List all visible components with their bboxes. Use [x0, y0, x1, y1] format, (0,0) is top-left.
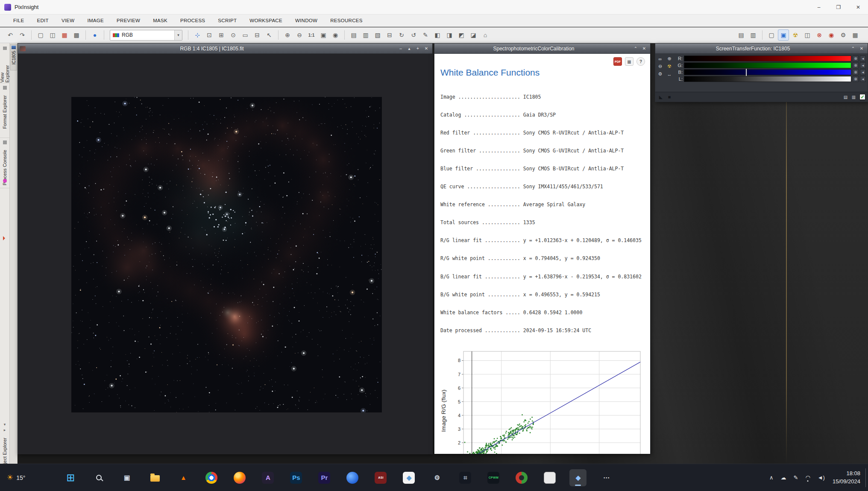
app-pixinsight[interactable]: ◆ [569, 469, 586, 486]
zoom-button[interactable]: + [414, 45, 421, 52]
display-mode-icon[interactable]: ● [89, 29, 100, 41]
edit-instance-icon[interactable]: ▤ [842, 94, 849, 100]
close-button[interactable]: ✕ [423, 45, 430, 52]
center-view-icon[interactable]: ⊙ [228, 29, 239, 41]
browser-icon[interactable]: ▤ [348, 29, 359, 41]
shade-button[interactable]: ▴ [406, 45, 413, 52]
new-instance-handle[interactable]: ◣ [657, 94, 664, 100]
close-button[interactable]: ✕ [848, 0, 868, 15]
start-button[interactable]: ⊞ [62, 469, 79, 486]
onedrive-icon[interactable]: ☁ [780, 474, 786, 481]
channel-expand-button[interactable]: ◂ [860, 62, 866, 68]
dropdown-arrow-icon[interactable]: ▾ [174, 30, 182, 40]
mask-icon[interactable]: ▩ [71, 29, 82, 41]
channel-expand-button[interactable]: ◂ [860, 76, 866, 82]
channel-reset-button[interactable]: ⊗ [853, 56, 859, 61]
dock-collapse-icon[interactable]: ▾ [4, 422, 6, 428]
app-sharpcap[interactable] [513, 469, 530, 486]
auto-stretch-icon[interactable]: ☢ [666, 63, 674, 70]
dock-tab-view-explorer[interactable]: View Explorer [0, 44, 9, 83]
zoom-in-icon[interactable]: ⊕ [282, 29, 293, 41]
clone-image-icon[interactable]: ◫ [47, 29, 58, 41]
app-affinity[interactable]: A [259, 469, 276, 486]
channel-reset-button[interactable]: ⊗ [853, 76, 859, 82]
stf-lum-slider[interactable] [684, 76, 851, 82]
channel-reset-button[interactable]: ⊗ [853, 62, 859, 68]
app-capture[interactable]: ⌗ [457, 469, 474, 486]
search-button[interactable] [90, 469, 107, 486]
menu-edit[interactable]: EDIT [31, 15, 55, 26]
show-desktop-button[interactable] [865, 468, 867, 487]
spcc-window-titlebar[interactable]: SpectrophotometricColorCalibration ⌃✕ [434, 44, 650, 54]
weather-widget[interactable]: ☀ 15° [0, 473, 32, 482]
menu-mask[interactable]: MASK [147, 15, 174, 26]
menu-window[interactable]: WINDOW [289, 15, 324, 26]
shade-button[interactable]: ⌃ [632, 45, 639, 52]
dock-tab-format-explorer[interactable]: Format Explorer [0, 83, 9, 138]
menu-file[interactable]: FILE [7, 15, 31, 26]
readout-icon[interactable]: ◉ [826, 29, 837, 41]
tray-chevron-icon[interactable]: ∧ [769, 474, 774, 481]
pan-tool-icon[interactable]: ⊹ [192, 29, 203, 41]
shift-range-icon[interactable]: ↔ [666, 70, 674, 78]
stf-window-titlebar[interactable]: ScreenTransferFunction: IC1805 ⌃✕ [655, 44, 868, 54]
app-photoshop[interactable]: Ps [287, 469, 305, 486]
rotate-cw-icon[interactable]: ↻ [396, 29, 407, 41]
taskbar-clock[interactable]: 18:08 15/09/2024 [829, 470, 865, 486]
stf-blue-slider[interactable] [684, 69, 851, 75]
compare-view-icon[interactable]: ◨ [444, 29, 455, 41]
background-model-icon[interactable]: ◪ [468, 29, 479, 41]
edit-preview-icon[interactable]: ⊟ [252, 29, 263, 41]
channel-selector[interactable]: RGB ▾ [110, 30, 182, 41]
apply-global-button[interactable]: ■ [666, 94, 673, 100]
help-icon[interactable]: ? [636, 57, 645, 66]
new-preview-icon[interactable]: ▭ [240, 29, 251, 41]
menu-image[interactable]: IMAGE [81, 15, 111, 26]
maximize-button[interactable]: ❐ [829, 0, 848, 15]
heart-nebula-image[interactable] [71, 97, 382, 412]
channel-expand-button[interactable]: ◂ [860, 56, 866, 61]
app-settings[interactable]: ⚙ [428, 469, 446, 486]
link-rgb-icon[interactable]: ∞ [656, 55, 664, 62]
reset-stf-icon[interactable]: ⊗ [814, 29, 825, 41]
app-premiere[interactable]: Pr [316, 469, 333, 486]
menu-workspace[interactable]: WORKSPACE [243, 15, 289, 26]
process-history-icon[interactable]: ▥ [360, 29, 371, 41]
menu-process[interactable]: PROCESS [174, 15, 211, 26]
app-thunderbird[interactable] [344, 469, 361, 486]
split-view-icon[interactable]: ◧ [432, 29, 443, 41]
view-tab-ic1805[interactable]: IC1805 [10, 44, 17, 70]
task-view-button[interactable]: ▣ [118, 469, 135, 486]
mask-overlay-icon[interactable]: ◩ [456, 29, 467, 41]
taskbar-overflow[interactable]: ⋯ [598, 469, 615, 486]
app-titlebar[interactable]: PixInsight – ❐ ✕ [0, 0, 868, 15]
home-view-icon[interactable]: ⌂ [480, 29, 491, 41]
dock-expand-icon[interactable]: ▸ [4, 428, 6, 433]
zoom-fit-icon[interactable]: ▣ [318, 29, 329, 41]
new-image-icon[interactable]: ▢ [35, 29, 46, 41]
tile-views-icon[interactable]: ⊞ [216, 29, 227, 41]
fit-view-icon[interactable]: ⊡ [204, 29, 215, 41]
dock-tab-object-explorer[interactable]: ject Explorer [2, 433, 7, 464]
pixel-grid-icon[interactable]: ▦ [850, 29, 861, 41]
zoom-1-1-icon[interactable]: 1:1 [306, 29, 317, 41]
app-firefox[interactable] [231, 469, 248, 486]
image-view[interactable] [18, 54, 432, 454]
app-vlc[interactable]: ▲ [175, 469, 192, 486]
screen-stf-icon[interactable]: ▣ [778, 29, 789, 41]
app-cpwm[interactable]: CPWM [485, 469, 502, 486]
wifi-icon[interactable]: ◠ [805, 474, 810, 481]
export-pdf-icon[interactable]: PDF [613, 57, 622, 66]
redo-icon[interactable]: ↷ [17, 29, 28, 41]
file-explorer-button[interactable] [147, 469, 164, 486]
stf-red-slider[interactable] [684, 56, 851, 61]
menu-preview[interactable]: PREVIEW [110, 15, 147, 26]
zoom-out-icon[interactable]: ⊖ [656, 63, 664, 70]
app-asistudio[interactable]: ASI [372, 469, 389, 486]
zoom-out-icon[interactable]: ⊖ [294, 29, 305, 41]
close-button[interactable]: ✕ [641, 45, 648, 52]
shade-button[interactable]: ⌃ [850, 45, 856, 52]
edit-stf-icon[interactable]: ⚙ [656, 70, 664, 78]
menu-resources[interactable]: RESOURCES [324, 15, 369, 26]
statistics-icon[interactable]: ▧ [372, 29, 383, 41]
